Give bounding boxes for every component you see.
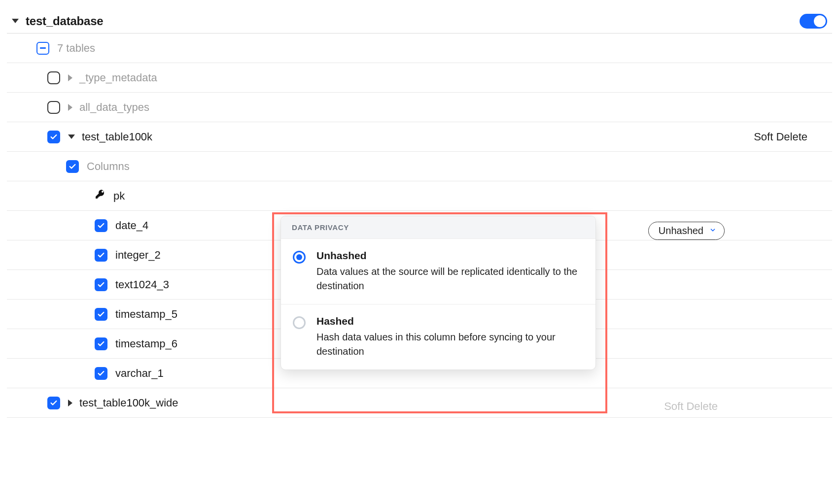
table-checkbox[interactable] [47,397,60,409]
privacy-option-desc: Hash data values in this column before s… [316,330,584,359]
privacy-option-unhashed[interactable]: Unhashed Data values at the source will … [281,238,595,304]
privacy-dropdown-value: Unhashed [659,225,703,236]
column-name: timestamp_5 [115,308,177,321]
column-checkbox[interactable] [95,249,107,262]
tables-summary-row[interactable]: 7 tables [7,34,832,63]
column-checkbox[interactable] [95,337,107,350]
columns-checkbox[interactable] [66,160,79,173]
privacy-panel: DATA PRIVACY Unhashed Data values at the… [280,216,596,370]
caret-down-icon[interactable] [12,19,19,23]
column-name: text1024_3 [115,278,169,291]
radio-unselected-icon[interactable] [293,316,306,329]
table-sync-mode-obscured: Soft Delete [664,400,718,413]
column-name: timestamp_6 [115,337,177,350]
database-row[interactable]: test_database [7,9,832,34]
table-name: _type_metadata [79,71,157,84]
table-checkbox[interactable] [47,131,60,143]
caret-right-icon[interactable] [68,74,72,81]
column-checkbox[interactable] [95,308,107,321]
schema-tree: test_database 7 tables _type_metadata al… [7,9,832,418]
table-row[interactable]: all_data_types [7,93,832,122]
table-name: test_table100k_wide [79,397,178,409]
column-checkbox[interactable] [95,278,107,291]
database-toggle[interactable] [800,14,827,29]
caret-right-icon[interactable] [68,104,72,111]
table-checkbox[interactable] [47,71,60,84]
table-name: test_table100k [82,131,152,143]
tables-checkbox-indeterminate[interactable] [36,42,49,55]
table-checkbox[interactable] [47,101,60,114]
column-name: integer_2 [115,249,161,262]
tables-count: 7 tables [57,42,95,55]
column-name: varchar_1 [115,367,164,380]
column-name: pk [113,190,125,202]
columns-row[interactable]: Columns [7,152,832,181]
privacy-dropdown-pill[interactable]: Unhashed [648,222,725,240]
table-row-expanded[interactable]: test_table100k Soft Delete [7,122,832,152]
radio-selected-icon[interactable] [293,251,306,264]
privacy-option-desc: Data values at the source will be replic… [316,265,584,293]
column-checkbox[interactable] [95,219,107,232]
privacy-panel-header: DATA PRIVACY [281,216,595,238]
caret-right-icon[interactable] [68,400,72,406]
table-name: all_data_types [79,101,149,114]
privacy-option-title: Unhashed [316,250,584,262]
column-name: date_4 [115,219,148,232]
privacy-option-title: Hashed [316,315,584,327]
column-row-pk[interactable]: pk [7,181,832,211]
table-row[interactable]: _type_metadata [7,63,832,93]
chevron-down-icon [709,227,716,235]
columns-label: Columns [87,160,130,173]
key-icon [95,189,106,203]
database-name: test_database [26,14,103,28]
privacy-option-hashed[interactable]: Hashed Hash data values in this column b… [281,304,595,370]
column-checkbox[interactable] [95,367,107,380]
table-sync-mode[interactable]: Soft Delete [719,131,827,143]
caret-down-icon[interactable] [68,134,75,139]
